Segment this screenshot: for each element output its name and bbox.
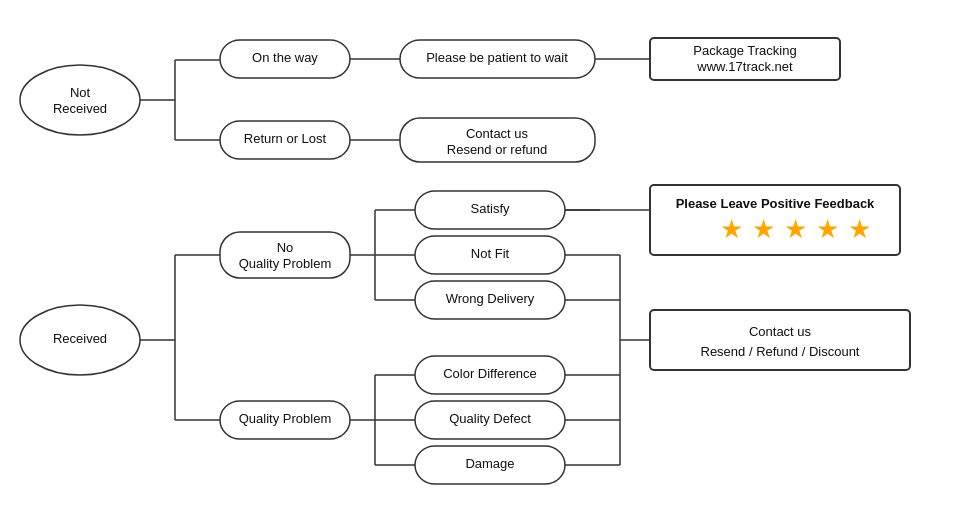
- star4: ★: [816, 214, 839, 244]
- contact-rrd-label2: Resend / Refund / Discount: [701, 344, 860, 359]
- patient-label: Please be patient to wait: [426, 50, 568, 65]
- contact-resend-refund-label1: Contact us: [466, 126, 529, 141]
- color-difference-label: Color Difference: [443, 366, 537, 381]
- contact-rrd-label1: Contact us: [749, 324, 812, 339]
- no-quality-problem-label1: No: [277, 240, 294, 255]
- contact-resend-refund-discount-node: [650, 310, 910, 370]
- star2: ★: [752, 214, 775, 244]
- contact-resend-refund-label2: Resend or refund: [447, 142, 547, 157]
- star1: ★: [720, 214, 743, 244]
- quality-problem-label: Quality Problem: [239, 411, 331, 426]
- quality-defect-label: Quality Defect: [449, 411, 531, 426]
- star5: ★: [848, 214, 871, 244]
- star3: ★: [784, 214, 807, 244]
- wrong-delivery-label: Wrong Delivery: [446, 291, 535, 306]
- not-received-label2: Received: [53, 101, 107, 116]
- not-fit-label: Not Fit: [471, 246, 510, 261]
- received-label: Received: [53, 331, 107, 346]
- no-quality-problem-label2: Quality Problem: [239, 256, 331, 271]
- on-the-way-label: On the way: [252, 50, 318, 65]
- package-tracking-label: Package Tracking: [693, 43, 796, 58]
- return-or-lost-label: Return or Lost: [244, 131, 327, 146]
- damage-label: Damage: [465, 456, 514, 471]
- package-tracking-url: www.17track.net: [696, 59, 793, 74]
- positive-feedback-label: Please Leave Positive Feedback: [676, 196, 875, 211]
- satisfy-label: Satisfy: [470, 201, 510, 216]
- not-received-label: Not: [70, 85, 91, 100]
- flow-diagram: Not Received On the way Return or Lost P…: [0, 0, 960, 513]
